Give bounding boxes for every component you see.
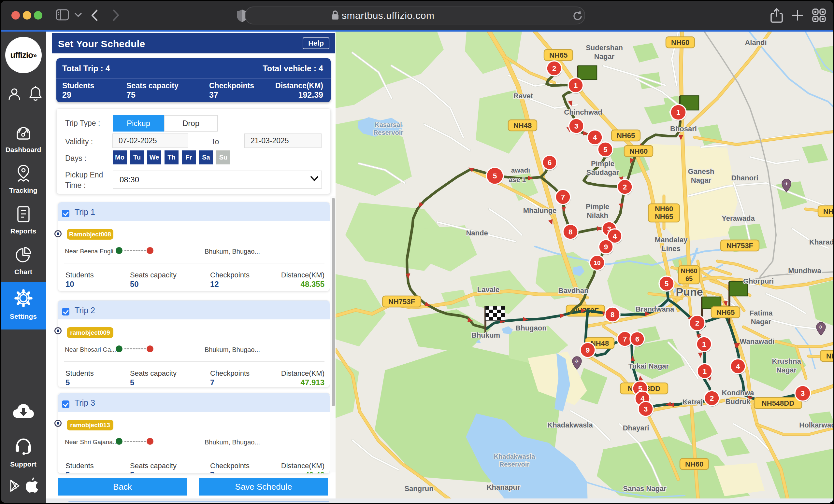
svg-text:Kondhwa: Kondhwa	[722, 389, 754, 397]
svg-text:8: 8	[611, 311, 614, 319]
svg-text:NH65: NH65	[549, 51, 568, 59]
svg-text:Holkarwadi: Holkarwadi	[799, 421, 833, 429]
svg-text:65: 65	[685, 275, 693, 282]
svg-text:Fatima: Fatima	[750, 309, 773, 317]
svg-text:Nilakh: Nilakh	[587, 211, 608, 220]
svg-text:NH60: NH60	[671, 39, 689, 47]
svg-text:Alandi: Alandi	[745, 39, 767, 47]
svg-text:Ganesh: Ganesh	[688, 167, 715, 176]
svg-text:NH548DD: NH548DD	[762, 399, 794, 407]
svg-text:5: 5	[603, 145, 607, 154]
svg-text:Khadakwasla: Khadakwasla	[494, 453, 535, 460]
svg-text:10: 10	[594, 259, 600, 266]
svg-text:Yerawada: Yerawada	[722, 214, 755, 222]
svg-text:Nagar: Nagar	[776, 366, 797, 374]
svg-text:4: 4	[593, 134, 597, 142]
svg-text:Lines: Lines	[662, 245, 680, 253]
svg-text:Ghorpuri: Ghorpuri	[743, 277, 774, 285]
svg-text:6: 6	[548, 159, 552, 167]
svg-text:5: 5	[493, 172, 497, 180]
svg-text:✈: ✈	[819, 324, 823, 330]
svg-text:Ravet: Ravet	[513, 92, 533, 100]
svg-text:NH60: NH60	[655, 205, 673, 213]
svg-text:NH65: NH65	[717, 308, 734, 317]
svg-text:Bhugaon: Bhugaon	[515, 324, 546, 332]
svg-text:Kharadi: Kharadi	[809, 238, 833, 246]
svg-text:Dhayari: Dhayari	[623, 424, 649, 432]
svg-text:2: 2	[710, 394, 714, 403]
svg-text:ase 1: ase 1	[509, 176, 526, 183]
svg-text:Kasarsai: Kasarsai	[375, 121, 402, 128]
svg-text:Sanas Nagar: Sanas Nagar	[623, 484, 666, 492]
svg-text:NH60: NH60	[681, 267, 697, 274]
svg-text:1: 1	[676, 109, 680, 117]
svg-text:4: 4	[736, 362, 740, 370]
svg-text:Sudershan: Sudershan	[586, 44, 623, 52]
svg-text:Katraj: Katraj	[682, 398, 703, 406]
svg-text:3: 3	[574, 122, 578, 130]
svg-text:7: 7	[623, 335, 627, 343]
svg-text:✈: ✈	[575, 359, 579, 364]
svg-text:✈: ✈	[785, 181, 789, 187]
svg-text:Reservoir: Reservoir	[500, 461, 529, 468]
svg-text:Bhukum: Bhukum	[471, 331, 500, 339]
svg-text:9: 9	[604, 243, 608, 251]
svg-text:2: 2	[695, 319, 699, 327]
svg-text:Budruk: Budruk	[725, 397, 751, 406]
svg-text:NH60: NH60	[685, 460, 703, 468]
svg-text:Nagar: Nagar	[691, 176, 711, 184]
svg-text:Pune: Pune	[676, 285, 703, 298]
svg-text:NH60: NH60	[630, 147, 648, 155]
svg-text:3: 3	[644, 405, 648, 413]
svg-text:3: 3	[801, 389, 805, 397]
svg-text:awadi: awadi	[511, 166, 530, 174]
svg-text:Mhalunge: Mhalunge	[523, 206, 557, 214]
svg-text:NH65: NH65	[617, 132, 635, 140]
svg-text:Nagar: Nagar	[751, 318, 771, 326]
svg-text:Khanapur: Khanapur	[487, 483, 520, 491]
svg-text:Saudagar: Saudagar	[586, 168, 619, 177]
svg-text:5: 5	[665, 280, 668, 288]
svg-text:Bavdhan: Bavdhan	[558, 287, 589, 295]
svg-text:9: 9	[586, 346, 590, 354]
svg-text:Chinchwad: Chinchwad	[564, 108, 602, 116]
svg-text:1: 1	[574, 82, 578, 90]
svg-text:2: 2	[552, 65, 556, 73]
svg-text:Pimple: Pimple	[591, 160, 614, 168]
svg-text:NH65: NH65	[655, 213, 673, 221]
svg-text:1: 1	[702, 340, 706, 348]
svg-text:8: 8	[569, 228, 572, 236]
svg-text:Lavale: Lavale	[477, 285, 500, 294]
svg-text:Dhanori: Dhanori	[731, 174, 758, 182]
svg-text:Krushna: Krushna	[772, 357, 801, 365]
svg-text:Pimple: Pimple	[586, 203, 609, 211]
svg-text:Tukai Nagar: Tukai Nagar	[629, 362, 669, 370]
svg-text:NH753F: NH753F	[726, 242, 753, 250]
svg-text:Khadakwasla: Khadakwasla	[547, 421, 593, 429]
svg-text:NH48: NH48	[513, 121, 532, 130]
svg-text:NH6: NH6	[826, 352, 833, 360]
svg-text:Mandalay: Mandalay	[655, 236, 688, 244]
svg-text:Mundhwa: Mundhwa	[788, 267, 821, 275]
svg-text:Nande: Nande	[466, 229, 488, 237]
svg-text:Sangrun: Sangrun	[404, 484, 433, 492]
svg-text:Bhosari: Bhosari	[670, 125, 697, 133]
svg-text:Nagar: Nagar	[594, 52, 615, 61]
svg-text:NH753F: NH753F	[388, 298, 415, 306]
svg-text:7: 7	[561, 193, 565, 201]
svg-text:4: 4	[613, 232, 617, 240]
svg-text:Brandwana: Brandwana	[636, 305, 674, 313]
svg-text:1: 1	[703, 367, 707, 375]
svg-text:6: 6	[635, 335, 639, 343]
svg-text:Wanawadi: Wanawadi	[740, 337, 775, 345]
svg-text:2: 2	[623, 183, 627, 191]
svg-text:NH60: NH60	[823, 207, 833, 215]
svg-text:Reservoir: Reservoir	[373, 129, 403, 136]
